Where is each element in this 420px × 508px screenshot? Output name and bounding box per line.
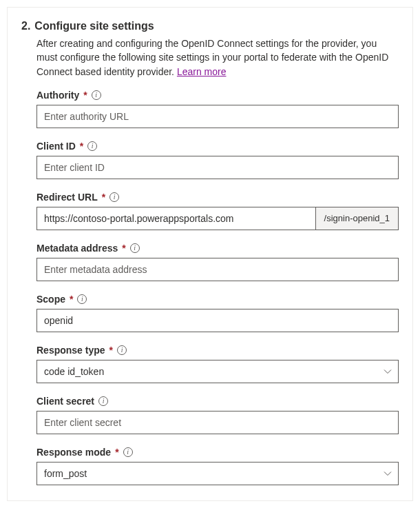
info-icon[interactable]: i: [98, 396, 108, 406]
scope-label-text: Scope: [36, 294, 65, 305]
client-id-field: Client ID * i: [36, 141, 399, 179]
client-id-input[interactable]: [36, 156, 399, 179]
info-icon[interactable]: i: [77, 294, 87, 304]
response-mode-select[interactable]: [36, 462, 399, 485]
info-icon[interactable]: i: [87, 141, 97, 151]
authority-label-text: Authority: [36, 90, 79, 101]
redirect-url-label: Redirect URL * i: [36, 192, 399, 203]
response-type-label: Response type * i: [36, 345, 399, 356]
step-title: Configure site settings: [34, 20, 154, 32]
step-number: 2.: [21, 20, 30, 32]
info-icon[interactable]: i: [117, 345, 127, 355]
required-indicator: *: [102, 192, 105, 203]
authority-field: Authority * i: [36, 90, 399, 128]
response-type-label-text: Response type: [36, 345, 105, 356]
info-icon[interactable]: i: [130, 243, 140, 253]
step-header: 2. Configure site settings: [21, 20, 399, 32]
configure-site-settings-card: 2. Configure site settings After creatin…: [7, 7, 413, 501]
metadata-field: Metadata address * i: [36, 243, 399, 281]
required-indicator: *: [70, 294, 73, 305]
info-icon[interactable]: i: [109, 192, 119, 202]
scope-label: Scope * i: [36, 294, 399, 305]
metadata-input[interactable]: [36, 258, 399, 281]
client-secret-label: Client secret i: [36, 396, 399, 407]
required-indicator: *: [115, 447, 118, 458]
redirect-url-suffix: /signin-openid_1: [315, 207, 399, 230]
redirect-url-label-text: Redirect URL: [36, 192, 98, 203]
client-id-label: Client ID * i: [36, 141, 399, 152]
scope-field: Scope * i: [36, 294, 399, 332]
required-indicator: *: [80, 141, 83, 152]
response-mode-field: Response mode * i: [36, 447, 399, 485]
required-indicator: *: [122, 243, 125, 254]
settings-form: Authority * i Client ID * i Redirect URL…: [36, 90, 399, 485]
required-indicator: *: [109, 345, 113, 356]
client-secret-field: Client secret i: [36, 396, 399, 434]
learn-more-link[interactable]: Learn more: [177, 66, 227, 77]
step-description: After creating and configuring the OpenI…: [36, 37, 399, 79]
redirect-url-field: Redirect URL * i /signin-openid_1: [36, 192, 399, 230]
response-mode-label: Response mode * i: [36, 447, 399, 458]
response-mode-label-text: Response mode: [36, 447, 111, 458]
metadata-label-text: Metadata address: [36, 243, 118, 254]
authority-label: Authority * i: [36, 90, 399, 101]
client-id-label-text: Client ID: [36, 141, 76, 152]
response-type-select[interactable]: [36, 360, 399, 383]
redirect-url-input[interactable]: [36, 207, 315, 230]
metadata-label: Metadata address * i: [36, 243, 399, 254]
info-icon[interactable]: i: [123, 447, 133, 457]
required-indicator: *: [83, 90, 87, 101]
response-type-field: Response type * i: [36, 345, 399, 383]
authority-input[interactable]: [36, 105, 399, 128]
info-icon[interactable]: i: [92, 90, 101, 100]
client-secret-input[interactable]: [36, 411, 399, 434]
client-secret-label-text: Client secret: [36, 396, 94, 407]
scope-input[interactable]: [36, 309, 399, 332]
